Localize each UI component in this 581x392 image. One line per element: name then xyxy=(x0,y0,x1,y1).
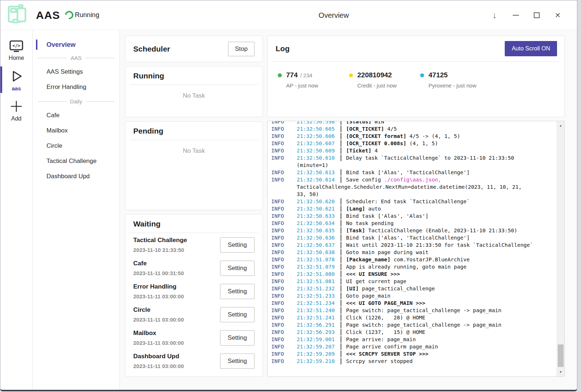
log-level: INFO xyxy=(268,154,297,162)
sidebar-item-overview[interactable]: Overview xyxy=(33,38,119,51)
stop-button[interactable]: Stop xyxy=(228,42,255,56)
log-separator xyxy=(341,264,346,270)
log-separator xyxy=(341,358,346,364)
log-time: 21:32:50.638 xyxy=(297,249,337,256)
maximize-button[interactable] xyxy=(532,11,541,20)
close-icon: ✕ xyxy=(555,11,561,20)
log-separator xyxy=(341,256,346,263)
waiting-task-info: Circle2023-11-11 03:00:00 xyxy=(133,306,184,323)
log-separator xyxy=(341,155,346,161)
waiting-task-setting-button[interactable]: Setting xyxy=(220,237,255,253)
log-time: 21:32:56.293 xyxy=(297,328,337,336)
log-separator xyxy=(341,234,346,241)
log-level: INFO xyxy=(268,234,297,241)
waiting-task-name: Error Handling xyxy=(133,283,184,290)
log-stat-ap: 774/ 234AP - just now xyxy=(278,71,349,89)
log-separator xyxy=(341,278,346,285)
log-level: INFO xyxy=(268,132,297,140)
waiting-task-row: Mailbox2023-11-11 03:00:00Setting xyxy=(125,326,263,349)
app-window: AAS Running Overview ↓ ✕ </> Home xyxy=(0,0,577,391)
log-message: Bind task ['Alas', 'Alas'] xyxy=(346,212,557,220)
log-message: App is already running, goto main page xyxy=(346,263,557,270)
window-controls: ↓ ✕ xyxy=(490,0,562,30)
log-scrollbar[interactable]: ▲ ▼ xyxy=(557,121,564,376)
log-line: INFO21:32:59.209<<< SCRCPY SERVER STOP >… xyxy=(268,350,557,358)
log-level: INFO xyxy=(268,169,297,176)
rail-item-home[interactable]: </> Home xyxy=(0,37,32,64)
log-message: Page arrive: page_main xyxy=(346,336,557,343)
rail-item-add[interactable]: Add xyxy=(0,96,32,124)
log-separator xyxy=(341,121,346,125)
auto-scroll-button[interactable]: Auto Scroll ON xyxy=(505,41,557,56)
log-message: <<< SCRCPY SERVER STOP >>> xyxy=(346,350,557,358)
sidebar-item-mailbox[interactable]: Mailbox xyxy=(33,123,119,138)
log-separator xyxy=(341,176,346,183)
waiting-task-setting-button[interactable]: Setting xyxy=(220,354,255,369)
svg-text:</>: </> xyxy=(12,43,20,48)
log-message: Page switch: page_tactical_challenge -> … xyxy=(346,307,557,314)
log-separator xyxy=(341,147,346,154)
sidebar-divider-daily: Daily xyxy=(33,95,119,107)
waiting-task-info: Dashboard Upd2023-11-11 03:00:00 xyxy=(133,353,184,369)
waiting-task-setting-button[interactable]: Setting xyxy=(220,284,255,299)
log-time: 21:32:51.240 xyxy=(297,307,337,314)
waiting-task-name: Dashboard Upd xyxy=(133,353,184,360)
log-message: 33, 50) xyxy=(297,191,557,198)
log-time: 21:32:50.609 xyxy=(297,147,337,154)
waiting-task-row: Error Handling2023-11-11 03:00:00Setting xyxy=(125,279,263,303)
log-message: Page arrive confirm page_main xyxy=(346,343,557,350)
waiting-task-setting-button[interactable]: Setting xyxy=(220,330,255,346)
sidebar-item-label: Cafe xyxy=(46,112,60,119)
scroll-down-arrow-icon[interactable]: ▼ xyxy=(557,368,564,376)
main-content: Scheduler Stop Running No Task Pending N… xyxy=(120,30,577,390)
sidebar-item-error-handling[interactable]: Error Handling xyxy=(33,79,119,95)
sidebar-item-dashboard-upd[interactable]: Dashboard Upd xyxy=(33,169,119,184)
waiting-task-setting-button[interactable]: Setting xyxy=(220,307,255,322)
sidebar-item-label: Circle xyxy=(46,142,62,150)
sidebar-item-circle[interactable]: Circle xyxy=(33,138,119,154)
log-level xyxy=(268,183,297,191)
sidebar-item-label: Error Handling xyxy=(46,83,86,91)
scrollbar-thumb[interactable] xyxy=(558,344,564,367)
minimize-button[interactable] xyxy=(511,11,520,20)
log-separator xyxy=(341,213,346,219)
sidebar-divider-aas: AAS xyxy=(33,52,119,64)
log-level: INFO xyxy=(268,314,297,321)
waiting-task-setting-button[interactable]: Setting xyxy=(220,261,255,276)
log-line: INFO21:32:59.001Page arrive: page_main xyxy=(268,336,557,343)
log-column: Log Auto Scroll ON 774/ 234AP - just now… xyxy=(267,36,565,377)
log-message: [UI] page_tactical_challenge xyxy=(346,285,557,292)
scroll-up-arrow-icon[interactable]: ▲ xyxy=(557,122,564,129)
rail-item-aas[interactable]: aas xyxy=(0,66,32,94)
scheduler-status: Running xyxy=(65,11,99,19)
log-message: [Ticket] 4 xyxy=(346,147,557,154)
log-separator xyxy=(341,322,346,328)
maximize-icon xyxy=(534,12,540,18)
hide-window-button[interactable]: ↓ xyxy=(490,11,499,20)
log-line: INFO21:32:50.637Wait until 2023-11-10 21… xyxy=(268,241,557,249)
log-line: INFO21:32:51.079App is already running, … xyxy=(268,263,557,270)
play-icon xyxy=(8,69,24,84)
sidebar-item-cafe[interactable]: Cafe xyxy=(33,108,119,123)
waiting-task-info: Error Handling2023-11-11 03:00:00 xyxy=(133,283,184,299)
log-time: 21:32:51.079 xyxy=(297,263,337,270)
divider xyxy=(130,140,258,140)
stat-value: 47125 xyxy=(428,71,448,79)
log-message: <<< UI ENSURE >>> xyxy=(346,270,557,278)
log-level: INFO xyxy=(268,227,297,234)
sidebar-item-tactical-challenge[interactable]: Tactical Challenge xyxy=(33,154,119,169)
log-time: 21:32:50.637 xyxy=(297,241,337,249)
waiting-task-name: Tactical Challenge xyxy=(133,237,187,244)
log-stats: 774/ 234AP - just now220810942Credit - j… xyxy=(278,71,564,89)
plus-icon xyxy=(8,99,24,114)
log-time: 21:32:59.001 xyxy=(297,336,337,343)
log-message: Bind task ['Alas', 'TacticalChallenge'] xyxy=(346,234,557,241)
log-level: INFO xyxy=(268,147,297,154)
log-line: INFO21:32:51.081UI get current page xyxy=(268,278,557,285)
sidebar-item-aas-settings[interactable]: AAS Settings xyxy=(33,64,119,79)
close-button[interactable]: ✕ xyxy=(553,11,562,20)
log-line: INFO21:32:50.598[Status] WIN xyxy=(268,121,557,125)
log-level: INFO xyxy=(268,205,297,212)
log-level: INFO xyxy=(268,307,297,314)
log-time: 21:32:50.605 xyxy=(297,125,337,132)
